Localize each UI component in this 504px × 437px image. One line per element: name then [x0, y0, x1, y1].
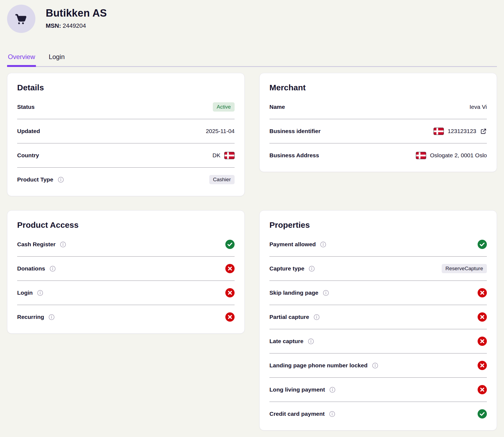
row-value — [478, 361, 487, 370]
product-access-card: Product Access Cash RegisterDonationsLog… — [7, 210, 245, 334]
row-long-living-payment: Long living payment — [269, 378, 487, 402]
check-icon — [225, 240, 235, 249]
row-label-wrap: Updated — [17, 128, 40, 134]
cross-icon — [225, 264, 235, 273]
tab-overview[interactable]: Overview — [7, 53, 36, 67]
card-rows: NameIeva ViBusiness identifier123123123B… — [269, 95, 487, 167]
tab-login[interactable]: Login — [48, 53, 66, 67]
info-icon[interactable] — [314, 314, 320, 320]
card-title: Merchant — [269, 83, 487, 92]
row-status: StatusActive — [17, 95, 235, 119]
row-label-wrap: Business Address — [269, 152, 319, 159]
info-icon[interactable] — [309, 266, 315, 272]
info-icon[interactable] — [308, 338, 314, 344]
flag-dk-icon — [434, 128, 444, 135]
row-label: Payment allowed — [269, 241, 316, 248]
row-value: 2025-11-04 — [206, 128, 235, 134]
row-label-wrap: Payment allowed — [269, 241, 326, 248]
details-card: Details StatusActiveUpdated2025-11-04Cou… — [7, 73, 245, 196]
row-value-text: 2025-11-04 — [206, 128, 235, 134]
row-label: Cash Register — [17, 241, 56, 248]
row-value: ReserveCapture — [442, 264, 487, 273]
row-donations: Donations — [17, 257, 235, 281]
info-icon[interactable] — [48, 314, 55, 320]
row-label: Updated — [17, 128, 40, 134]
row-cash-register: Cash Register — [17, 232, 235, 257]
info-icon[interactable] — [37, 290, 43, 296]
row-label-wrap: Product Type — [17, 176, 64, 183]
cross-icon — [225, 312, 235, 322]
cards-grid: Details StatusActiveUpdated2025-11-04Cou… — [7, 73, 497, 430]
row-value — [478, 288, 487, 297]
row-label-wrap: Business identifier — [269, 128, 321, 134]
info-icon[interactable] — [372, 362, 378, 369]
row-value-text: Cashier — [209, 175, 235, 184]
info-icon[interactable] — [320, 241, 326, 248]
page: Butikken AS MSN:2449204 OverviewLogin De… — [0, 0, 504, 430]
row-label: Product Type — [17, 176, 53, 183]
row-updated: Updated2025-11-04 — [17, 119, 235, 143]
row-label: Long living payment — [269, 386, 325, 393]
row-label: Country — [17, 152, 39, 159]
row-value-text: Oslogate 2, 0001 Oslo — [430, 152, 487, 159]
header-text: Butikken AS MSN:2449204 — [46, 5, 107, 29]
tabs: OverviewLogin — [7, 53, 497, 67]
cross-icon — [225, 288, 235, 297]
info-icon[interactable] — [329, 387, 336, 393]
msn-label: MSN: — [46, 22, 61, 29]
row-value — [478, 312, 487, 322]
page-title: Butikken AS — [46, 7, 107, 19]
row-label: Late capture — [269, 338, 303, 344]
row-label: Business identifier — [269, 128, 321, 134]
tab-label: Overview — [8, 53, 35, 60]
row-value: DK — [213, 152, 235, 159]
card-title: Product Access — [17, 220, 235, 230]
row-value: Oslogate 2, 0001 Oslo — [416, 152, 487, 159]
row-label-wrap: Skip landing page — [269, 290, 329, 296]
cross-icon — [478, 385, 487, 394]
card-rows: StatusActiveUpdated2025-11-04CountryDKPr… — [17, 95, 235, 192]
row-label-wrap: Donations — [17, 265, 56, 272]
row-label-wrap: Landing page phone number locked — [269, 362, 378, 369]
check-icon — [478, 240, 487, 249]
merchant-header: Butikken AS MSN:2449204 — [7, 0, 497, 33]
row-label-wrap: Recurring — [17, 314, 55, 320]
info-icon[interactable] — [50, 266, 56, 272]
row-product-type: Product TypeCashier — [17, 168, 235, 192]
row-value: Active — [213, 102, 235, 112]
row-label: Credit card payment — [269, 411, 325, 417]
row-landing-page-phone-number-locked: Landing page phone number locked — [269, 353, 487, 378]
info-icon[interactable] — [60, 241, 66, 248]
msn-value: 2449204 — [63, 22, 86, 29]
row-label-wrap: Partial capture — [269, 314, 320, 320]
external-link-icon[interactable] — [480, 128, 487, 135]
row-business-address: Business AddressOslogate 2, 0001 Oslo — [269, 143, 487, 167]
row-label-wrap: Cash Register — [17, 241, 66, 248]
info-icon[interactable] — [58, 177, 64, 183]
merchant-card: Merchant NameIeva ViBusiness identifier1… — [259, 73, 497, 172]
row-name: NameIeva Vi — [269, 95, 487, 119]
row-value — [225, 312, 235, 322]
row-payment-allowed: Payment allowed — [269, 232, 487, 257]
row-label-wrap: Country — [17, 152, 39, 159]
row-value — [225, 264, 235, 273]
row-login: Login — [17, 281, 235, 305]
row-label: Donations — [17, 265, 45, 272]
row-label: Skip landing page — [269, 290, 318, 296]
card-rows: Cash RegisterDonationsLoginRecurring — [17, 232, 235, 329]
row-partial-capture: Partial capture — [269, 305, 487, 329]
row-country: CountryDK — [17, 143, 235, 168]
row-label-wrap: Long living payment — [269, 386, 336, 393]
row-label: Landing page phone number locked — [269, 362, 368, 369]
row-value: 123123123 — [434, 128, 487, 135]
card-rows: Payment allowedCapture typeReserveCaptur… — [269, 232, 487, 426]
row-label-wrap: Credit card payment — [269, 411, 335, 417]
row-value — [478, 409, 487, 418]
cross-icon — [478, 312, 487, 322]
info-icon[interactable] — [329, 411, 335, 417]
avatar — [7, 5, 35, 33]
row-value — [478, 337, 487, 346]
row-label-wrap: Late capture — [269, 338, 314, 344]
info-icon[interactable] — [323, 290, 329, 296]
row-value — [225, 288, 235, 297]
